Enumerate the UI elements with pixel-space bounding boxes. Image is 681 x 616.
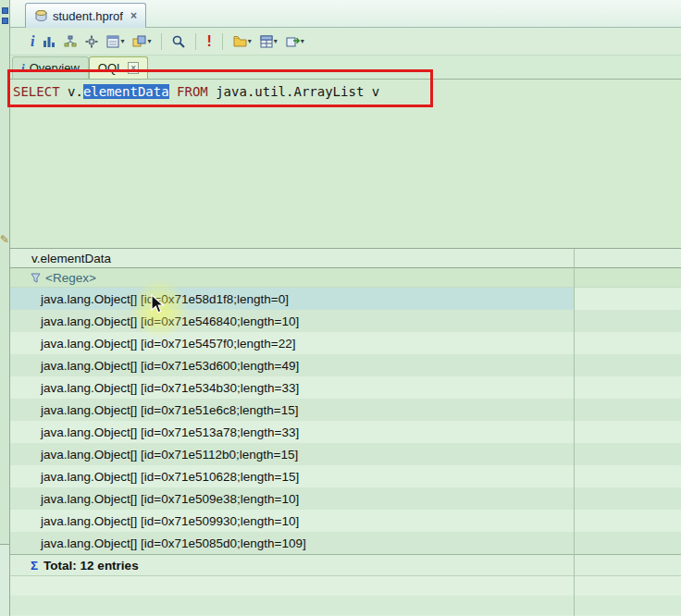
table-row[interactable]: java.lang.Object[] [id=0x71e5457f0;lengt… — [10, 332, 681, 354]
table-row[interactable]: java.lang.Object[] [id=0x71e534b30;lengt… — [10, 376, 681, 399]
leak-report-icon[interactable]: ! — [204, 31, 213, 52]
mat-heap-analyzer-window: ✎ student.hprof × i — [0, 0, 681, 616]
total-row: Σ Total: 12 entries — [10, 554, 681, 576]
column-header-elementdata[interactable]: v.elementData — [10, 252, 574, 265]
close-icon[interactable]: × — [128, 62, 139, 74]
gear-icon[interactable] — [83, 31, 100, 52]
oql-receiver: v. — [68, 84, 83, 99]
oql-selected-token: elementData — [83, 84, 169, 99]
chevron-down-icon: ▾ — [301, 37, 304, 45]
editor-tab-bar: student.hprof × — [10, 0, 681, 28]
cell-text: java.lang.Object[] [id=0x71e5085d0;lengt… — [41, 536, 306, 550]
left-panel-strip: ✎ — [0, 0, 10, 616]
chevron-down-icon: ▾ — [147, 37, 151, 45]
toolbar-separator — [161, 33, 162, 50]
table-row[interactable]: java.lang.Object[] [id=0x71e58d1f8;lengt… — [10, 288, 681, 310]
regex-filter-row[interactable]: <Regex> — [10, 268, 681, 288]
tab-oql[interactable]: OQL × — [89, 56, 148, 79]
editor-tab-student-hprof[interactable]: student.hprof × — [25, 3, 146, 28]
sigma-icon: Σ — [31, 559, 38, 573]
cell-text: java.lang.Object[] [id=0x71e53d600;lengt… — [41, 359, 299, 373]
cell-text: java.lang.Object[] [id=0x71e509930;lengt… — [41, 514, 299, 528]
oql-query-editor[interactable]: SELECT v.elementData FROM java.util.Arra… — [10, 80, 681, 248]
table-row[interactable]: java.lang.Object[] [id=0x71e5085d0;lengt… — [10, 532, 681, 554]
column-divider[interactable] — [574, 249, 575, 616]
cell-text: java.lang.Object[] [id=0x71e5457f0;lengt… — [41, 337, 295, 351]
cell-text: java.lang.Object[] [id=0x71e51e6c8;lengt… — [41, 403, 298, 417]
histogram-icon[interactable] — [41, 31, 57, 52]
toolbar-separator — [195, 33, 196, 50]
cell-text: java.lang.Object[] [id=0x71e513a78;lengt… — [41, 425, 299, 439]
empty-row — [10, 596, 681, 615]
table-row[interactable]: java.lang.Object[] [id=0x71e5112b0;lengt… — [10, 443, 681, 465]
query-browser-dropdown[interactable]: ▾ — [130, 31, 153, 52]
cell-text: java.lang.Object[] [id=0x71e510628;lengt… — [41, 470, 299, 484]
regex-filter-icon — [31, 273, 41, 283]
chevron-down-icon: ▾ — [248, 37, 252, 45]
table-row[interactable]: java.lang.Object[] [id=0x71e546840;lengt… — [10, 310, 681, 332]
result-pane-tab-bar: i Overview OQL × — [10, 55, 681, 80]
table-row[interactable]: java.lang.Object[] [id=0x71e513a78;lengt… — [10, 421, 681, 443]
collapsed-view-icon[interactable] — [2, 18, 8, 24]
dominator-tree-icon[interactable] — [62, 31, 79, 52]
collapsed-bottom-panel — [0, 544, 10, 616]
cell-text: java.lang.Object[] [id=0x71e5112b0;lengt… — [41, 448, 298, 462]
report-dropdown[interactable]: ▾ — [105, 31, 126, 52]
table-row[interactable]: java.lang.Object[] [id=0x71e51e6c8;lengt… — [10, 399, 681, 421]
heap-editor-toolbar: i ▾ ▾ ! — [10, 28, 681, 55]
oql-keyword-from: FROM — [169, 84, 217, 99]
oql-keyword-select: SELECT — [13, 84, 68, 99]
info-icon[interactable]: i — [29, 31, 36, 52]
table-row[interactable]: java.lang.Object[] [id=0x71e509930;lengt… — [10, 510, 681, 532]
table-row[interactable]: java.lang.Object[] [id=0x71e53d600;lengt… — [10, 354, 681, 376]
editor-area: student.hprof × i ▾ ▾ — [10, 0, 681, 616]
pencil-icon[interactable]: ✎ — [0, 233, 9, 246]
tab-overview-label: Overview — [30, 61, 80, 75]
tab-overview[interactable]: i Overview — [12, 56, 89, 79]
close-icon[interactable]: × — [130, 9, 137, 22]
total-label: Total: 12 entries — [43, 559, 139, 573]
cell-text: java.lang.Object[] [id=0x71e509e38;lengt… — [41, 492, 299, 506]
chevron-down-icon: ▾ — [274, 37, 278, 45]
oql-class-name: java.util.ArrayList v — [216, 84, 379, 99]
table-header-row: v.elementData — [10, 249, 681, 268]
tab-oql-label: OQL — [98, 61, 123, 75]
regex-filter-label: <Regex> — [45, 271, 96, 285]
cell-text: java.lang.Object[] [id=0x71e58d1f8;lengt… — [41, 292, 289, 306]
search-icon[interactable] — [170, 31, 187, 52]
table-view-dropdown[interactable]: ▾ — [258, 31, 279, 52]
folder-dropdown[interactable]: ▾ — [231, 31, 254, 52]
table-row[interactable]: java.lang.Object[] [id=0x71e510628;lengt… — [10, 465, 681, 487]
cell-text: java.lang.Object[] [id=0x71e534b30;lengt… — [41, 381, 299, 395]
export-dropdown[interactable]: ▾ — [284, 31, 306, 52]
info-icon: i — [21, 61, 25, 76]
editor-tab-title: student.hprof — [53, 9, 123, 23]
table-row[interactable]: java.lang.Object[] [id=0x71e509e38;lengt… — [10, 487, 681, 510]
collapsed-view-icon[interactable] — [2, 7, 8, 14]
toolbar-separator — [222, 33, 223, 50]
cell-text: java.lang.Object[] [id=0x71e546840;lengt… — [41, 314, 299, 328]
table-body: java.lang.Object[] [id=0x71e58d1f8;lengt… — [10, 288, 681, 554]
empty-row — [10, 576, 681, 596]
chevron-down-icon: ▾ — [120, 37, 124, 45]
oql-results-table: v.elementData <Regex> java.lang.Object[]… — [10, 248, 681, 616]
oql-query-line[interactable]: SELECT v.elementData FROM java.util.Arra… — [10, 80, 681, 101]
heap-dump-icon — [34, 9, 48, 23]
